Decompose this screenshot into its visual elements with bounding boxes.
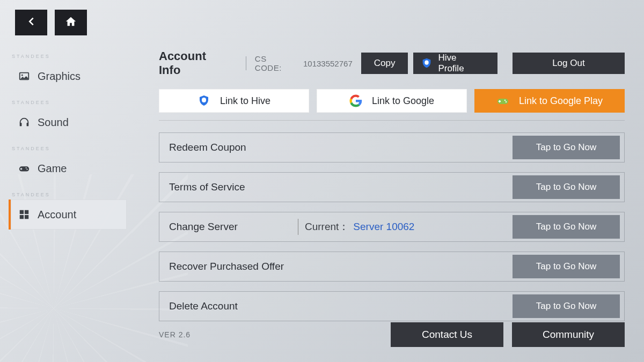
copy-button[interactable]: Copy — [361, 53, 408, 74]
link-hive-label: Link to Hive — [220, 95, 270, 107]
sidebar-section-label: STANDEES — [9, 146, 127, 151]
logout-label: Log Out — [552, 58, 585, 69]
svg-rect-10 — [25, 210, 28, 214]
svg-point-7 — [26, 167, 27, 168]
link-google-play-label: Link to Google Play — [519, 95, 603, 107]
chevron-left-icon — [25, 16, 37, 29]
gamepad-icon — [496, 94, 509, 107]
redeem-coupon-button[interactable]: Tap to Go Now — [513, 136, 620, 159]
option-delete-account: Delete Account Tap to Go Now — [159, 291, 625, 321]
version-label: VER 2.6 — [159, 330, 191, 339]
link-hive-button[interactable]: Link to Hive — [159, 89, 309, 113]
google-icon — [349, 94, 362, 107]
sidebar-item-sound[interactable]: Sound — [9, 107, 127, 137]
home-icon — [65, 16, 77, 29]
change-server-button[interactable]: Tap to Go Now — [513, 215, 620, 239]
svg-rect-3 — [27, 123, 29, 126]
tap-button-label: Tap to Go Now — [536, 301, 596, 312]
sidebar-item-label: Account — [38, 209, 76, 221]
sidebar-section-label: STANDEES — [9, 100, 127, 105]
cs-code-value: 10133552767 — [303, 59, 353, 68]
hive-profile-button[interactable]: Hive Profile — [413, 53, 497, 74]
tap-button-label: Tap to Go Now — [536, 261, 596, 272]
sidebar-item-label: Game — [38, 162, 67, 175]
svg-point-17 — [506, 101, 507, 102]
current-server-value: Server 10062 — [353, 221, 414, 233]
footer: VER 2.6 Contact Us Community — [159, 322, 625, 347]
delete-account-button[interactable]: Tap to Go Now — [513, 294, 620, 318]
svg-rect-15 — [499, 101, 501, 102]
contact-us-label: Contact Us — [422, 329, 472, 341]
account-header: Account Info CS CODE: 10133552767 Copy H… — [159, 49, 625, 77]
option-redeem-coupon: Redeem Coupon Tap to Go Now — [159, 132, 625, 162]
terms-of-service-button[interactable]: Tap to Go Now — [513, 175, 620, 199]
option-recover-purchase: Recover Purchased Offer Tap to Go Now — [159, 252, 625, 282]
svg-rect-12 — [25, 215, 28, 219]
tap-button-label: Tap to Go Now — [536, 221, 596, 232]
option-label: Redeem Coupon — [169, 142, 246, 153]
page-title: Account Info — [159, 49, 231, 77]
current-server-label: Current： — [305, 220, 349, 234]
svg-point-1 — [21, 75, 23, 76]
divider — [246, 56, 246, 70]
image-icon — [18, 70, 30, 82]
divider — [298, 219, 298, 235]
logout-button[interactable]: Log Out — [513, 53, 625, 74]
option-label: Change Server — [169, 221, 298, 233]
svg-rect-2 — [20, 123, 22, 126]
tap-button-label: Tap to Go Now — [536, 142, 596, 153]
community-button[interactable]: Community — [512, 322, 625, 347]
current-server: Current： Server 10062 — [298, 219, 414, 235]
link-google-button[interactable]: Link to Google — [317, 89, 467, 113]
recover-purchase-button[interactable]: Tap to Go Now — [513, 255, 620, 278]
shield-icon — [197, 94, 210, 107]
option-label: Terms of Service — [169, 181, 245, 193]
sidebar-item-label: Sound — [38, 116, 69, 129]
shield-icon — [421, 57, 433, 69]
cs-code-label: CS CODE: — [255, 54, 296, 72]
sidebar-item-game[interactable]: Game — [9, 153, 127, 183]
sidebar-item-graphics[interactable]: Graphics — [9, 61, 127, 91]
sidebar-item-account[interactable]: Account — [9, 200, 127, 230]
home-button[interactable] — [55, 10, 87, 35]
svg-point-16 — [504, 100, 506, 101]
contact-us-button[interactable]: Contact Us — [391, 322, 503, 347]
divider — [159, 120, 625, 121]
community-label: Community — [543, 329, 594, 341]
svg-rect-11 — [20, 215, 24, 219]
svg-rect-6 — [20, 168, 23, 169]
headphones-icon — [18, 116, 30, 128]
sidebar-item-label: Graphics — [38, 70, 80, 83]
tap-button-label: Tap to Go Now — [536, 182, 596, 193]
option-change-server: Change Server Current： Server 10062 Tap … — [159, 212, 625, 242]
hive-profile-label: Hive Profile — [438, 53, 484, 74]
copy-button-label: Copy — [374, 58, 396, 69]
account-panel: Account Info CS CODE: 10133552767 Copy H… — [159, 49, 625, 331]
sidebar-section-label: STANDEES — [9, 54, 127, 59]
svg-point-8 — [26, 169, 27, 170]
option-label: Delete Account — [169, 300, 238, 312]
link-google-play-button[interactable]: Link to Google Play — [474, 89, 625, 113]
grid-icon — [18, 209, 30, 220]
link-google-label: Link to Google — [372, 95, 434, 107]
back-button[interactable] — [15, 10, 47, 35]
sidebar-section-label: STANDEES — [9, 192, 127, 197]
option-terms-of-service: Terms of Service Tap to Go Now — [159, 172, 625, 202]
gamepad-icon — [18, 162, 30, 174]
settings-sidebar: STANDEES Graphics STANDEES Sound STANDEE… — [9, 51, 127, 230]
svg-rect-9 — [20, 210, 24, 214]
option-label: Recover Purchased Offer — [169, 261, 284, 272]
link-accounts-row: Link to Hive Link to Google Link to Goog… — [159, 89, 625, 113]
